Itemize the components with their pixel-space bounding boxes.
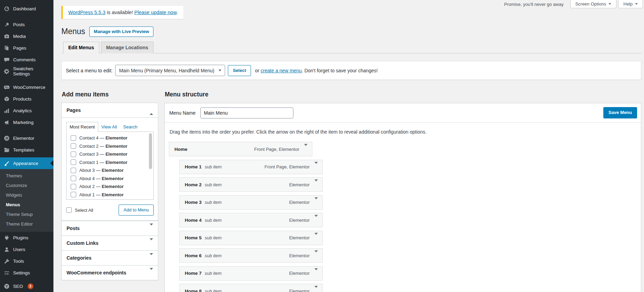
collapse-toggle-icon[interactable] <box>150 226 153 231</box>
collapse-toggle-icon[interactable] <box>150 240 153 246</box>
menu-item-home-8[interactable]: Home 8sub itemElementor <box>179 284 323 292</box>
page-checkbox[interactable] <box>71 152 76 157</box>
sidebar-item-pages[interactable]: Pages <box>0 42 53 54</box>
menu-item-type-label: Elementor <box>289 200 310 205</box>
expand-arrow-icon[interactable] <box>314 217 318 223</box>
expand-arrow-icon[interactable] <box>304 146 308 152</box>
sidebar-subitem-themes[interactable]: Themes <box>0 171 53 181</box>
help-button[interactable]: Help <box>618 0 643 8</box>
sidebar-subitem-theme-editor[interactable]: Theme Editor <box>0 219 53 229</box>
expand-arrow-icon[interactable] <box>314 164 318 170</box>
promo-text: Promise, you'll never go away <box>504 2 563 7</box>
collapse-toggle-icon[interactable] <box>150 107 153 113</box>
select-all-checkbox[interactable] <box>66 207 72 213</box>
expand-arrow-icon[interactable] <box>314 181 318 188</box>
accordion-header-categories[interactable]: Categories <box>62 251 158 265</box>
sidebar-item-elementor[interactable]: Elementor <box>0 132 53 144</box>
sidebar-item-tools[interactable]: Tools <box>0 255 53 267</box>
pages-accordion-header[interactable]: Pages <box>62 103 158 118</box>
manage-with-live-preview-button[interactable]: Manage with Live Preview <box>89 27 153 37</box>
screen-options-button[interactable]: Screen Options <box>570 0 617 8</box>
tab-search[interactable]: Search <box>120 122 140 132</box>
page-checkbox[interactable] <box>71 135 76 141</box>
drag-instructions: Drag the items into the order you prefer… <box>170 129 636 135</box>
sidebar-item-comments[interactable]: Comments <box>0 54 53 65</box>
accordion-header-woocommerce-endpoints[interactable]: WooCommerce endpoints <box>62 265 158 280</box>
menu-item-home-7[interactable]: Home 7sub itemElementor <box>179 266 323 281</box>
tab-edit-menus[interactable]: Edit Menus <box>63 42 99 53</box>
page-checkbox[interactable] <box>71 159 76 165</box>
menu-item-home-2[interactable]: Home 2sub itemElementor <box>179 177 323 192</box>
update-count-badge: 3 <box>28 283 33 289</box>
select-menu-label: Select a menu to edit: <box>66 68 112 73</box>
sidebar-item-posts[interactable]: Posts <box>0 19 53 30</box>
sidebar-item-marketing[interactable]: Marketing <box>0 116 53 128</box>
page-checkbox[interactable] <box>71 176 76 181</box>
accordion-header-custom-links[interactable]: Custom Links <box>62 236 158 250</box>
sidebar-item-users[interactable]: Users <box>0 243 53 255</box>
sidebar-subitem-menus[interactable]: Menus <box>0 200 53 210</box>
sidebar-item-label: WooCommerce <box>13 85 46 90</box>
sidebar-item-settings[interactable]: Settings <box>0 267 53 279</box>
wordpress-version-link[interactable]: WordPress 5.5.3 <box>68 10 105 15</box>
expand-arrow-icon[interactable] <box>314 235 318 241</box>
menu-item-home-1[interactable]: Home 1sub itemFront Page, Elementor <box>179 160 323 174</box>
sidebar-item-templates[interactable]: Templates <box>0 144 53 156</box>
save-menu-button[interactable]: Save Menu <box>603 107 637 118</box>
sidebar-item-swatches-settings[interactable]: Swatches Settings <box>0 65 53 77</box>
expand-arrow-icon[interactable] <box>314 270 318 277</box>
menu-item-home-6[interactable]: Home 6sub itemElementor <box>179 248 323 263</box>
page-checkbox[interactable] <box>71 192 76 197</box>
sidebar-item-seo[interactable]: SEO3 <box>0 280 53 292</box>
sidebar-item-products[interactable]: Products <box>0 93 53 105</box>
comments-icon <box>3 56 10 63</box>
menu-item-home-5[interactable]: Home 5sub itemElementor <box>179 231 323 245</box>
page-state-label: Elementor <box>102 192 124 197</box>
menu-item-home[interactable]: HomeFront Page, Elementor <box>169 142 312 156</box>
chevron-down-icon <box>635 3 638 5</box>
page-checkbox[interactable] <box>71 184 76 189</box>
expand-arrow-icon[interactable] <box>314 199 318 206</box>
menu-select-dropdown[interactable]: Main Menu (Primary Menu, Handheld Menu) <box>115 65 225 76</box>
add-menu-items-column: Add menu items Pages Most Recent View Al… <box>61 91 158 280</box>
sidebar-item-appearance[interactable]: Appearance <box>0 157 53 169</box>
menu-item-subitem-label: sub item <box>205 182 222 187</box>
tab-manage-locations[interactable]: Manage Locations <box>101 42 153 53</box>
media-icon <box>3 33 10 40</box>
expand-arrow-icon[interactable] <box>314 252 318 259</box>
select-button[interactable]: Select <box>228 65 251 76</box>
tab-most-recent[interactable]: Most Recent <box>66 122 98 132</box>
sidebar-subitem-theme-setup[interactable]: Theme Setup <box>0 210 53 219</box>
accordion-header-posts[interactable]: Posts <box>62 221 158 236</box>
sidebar-item-analytics[interactable]: Analytics <box>0 105 53 116</box>
scrollbar-thumb[interactable] <box>149 133 152 169</box>
add-to-menu-button[interactable]: Add to Menu <box>119 205 154 216</box>
menu-item-title: Home 2 <box>185 182 202 187</box>
page-state-label: Elementor <box>102 176 124 181</box>
page-state-label: Elementor <box>105 160 128 165</box>
collapse-toggle-icon[interactable] <box>150 255 153 261</box>
update-now-link[interactable]: Please update now <box>134 10 177 15</box>
menu-name-input[interactable] <box>200 107 293 118</box>
sidebar-item-media[interactable]: Media <box>0 30 53 42</box>
menu-item-title: Home 3 <box>185 200 202 205</box>
sidebar-item-woocommerce[interactable]: WooWooCommerce <box>0 81 53 93</box>
page-checkbox[interactable] <box>71 143 76 149</box>
create-new-menu-link[interactable]: create a new menu <box>261 68 302 73</box>
plugins-icon <box>3 234 10 241</box>
appearance-icon <box>3 160 10 167</box>
sidebar-item-label: Swatches Settings <box>13 66 51 76</box>
tab-view-all[interactable]: View All <box>98 122 120 132</box>
menu-item-home-3[interactable]: Home 3sub itemElementor <box>179 195 323 210</box>
sidebar-item-plugins[interactable]: Plugins <box>0 232 53 243</box>
expand-arrow-icon[interactable] <box>314 288 318 292</box>
sidebar-subitem-customize[interactable]: Customize <box>0 181 53 190</box>
sidebar-item-dashboard[interactable]: Dashboard <box>0 3 53 14</box>
sidebar-item-label: SEO <box>13 284 23 289</box>
sidebar-subitem-widgets[interactable]: Widgets <box>0 190 53 200</box>
screen-meta-controls: Promise, you'll never go away Screen Opt… <box>504 0 643 8</box>
sidebar-separator <box>0 128 53 132</box>
page-checkbox[interactable] <box>71 168 76 173</box>
menu-item-home-4[interactable]: Home 4sub itemElementor <box>179 213 323 227</box>
collapse-toggle-icon[interactable] <box>150 270 153 275</box>
